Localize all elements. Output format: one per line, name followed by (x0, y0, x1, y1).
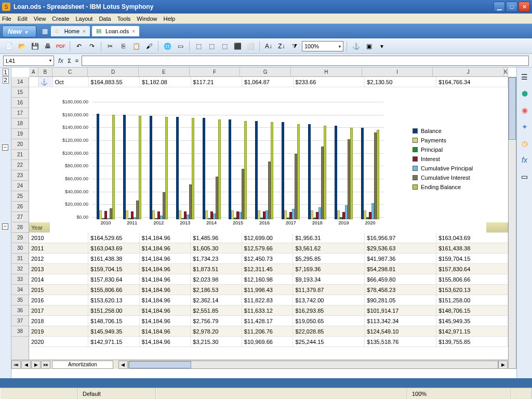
cell[interactable]: $113,342.34 (365, 316, 436, 326)
cell[interactable]: $2,023.98 (191, 274, 242, 284)
vertical-scroll-thumb[interactable] (509, 77, 516, 140)
row-header-32[interactable]: 32 (11, 264, 29, 274)
cell[interactable]: $2,186.53 (191, 285, 242, 295)
menu-window[interactable]: Window (137, 16, 157, 22)
cell[interactable]: $101,914.17 (365, 305, 436, 315)
row-header-36[interactable]: 36 (11, 305, 29, 316)
menu-tools[interactable]: Tools (117, 16, 131, 22)
clip-icon[interactable]: ▭ (520, 171, 530, 182)
new-doc-icon[interactable]: 📄 (3, 41, 15, 52)
sheet-tab[interactable]: Amortization (52, 361, 113, 369)
outline-level-2[interactable]: 2 (3, 76, 9, 84)
cell[interactable]: $16,956.97 (365, 233, 436, 243)
minimize-button[interactable]: ▁ (494, 2, 505, 12)
save-icon[interactable]: 💾 (29, 41, 41, 52)
open-icon[interactable]: 📂 (16, 41, 28, 52)
cell[interactable]: $145,949.35 (88, 326, 140, 336)
copy-icon[interactable]: ⎘ (117, 41, 129, 52)
cell[interactable]: $164,766.34 (436, 77, 508, 87)
tab-doc[interactable]: ▤ Loan.ods × (92, 26, 139, 36)
cell[interactable]: $11,206.76 (242, 326, 294, 336)
cell[interactable]: $12,579.66 (242, 243, 294, 253)
equals-icon[interactable]: = (75, 58, 78, 64)
col-header-B[interactable]: B (38, 68, 52, 76)
row-header-29[interactable]: 29 (11, 233, 29, 243)
cell[interactable]: $14,184.96 (140, 285, 191, 295)
row-header-21[interactable]: 21 (11, 150, 29, 160)
vertical-scrollbar[interactable] (508, 77, 516, 369)
status-zoom[interactable]: 100% (407, 388, 511, 399)
anchor-cell[interactable]: ⚓ (38, 77, 53, 87)
sheet-nav-prev[interactable]: ◀ (21, 361, 31, 369)
row-header-25[interactable]: 25 (11, 191, 29, 202)
cell[interactable]: $11,822.83 (242, 295, 294, 305)
col-header-I[interactable]: I (362, 68, 433, 76)
cell[interactable]: $78,458.23 (365, 285, 436, 295)
cell[interactable]: $1,064.87 (242, 77, 294, 87)
cell[interactable]: $19,050.65 (293, 316, 365, 326)
row-header-33[interactable]: 33 (11, 274, 29, 285)
row-header-20[interactable]: 20 (11, 139, 29, 150)
outline-level-1[interactable]: 1 (3, 69, 9, 76)
toggle1-icon[interactable]: ⬚ (193, 41, 204, 52)
cell[interactable]: $1,605.30 (191, 243, 242, 253)
cell[interactable]: $12,160.98 (242, 274, 294, 284)
cell[interactable]: $148,706.15 (436, 305, 508, 315)
cell[interactable]: $142,971.15 (88, 337, 140, 347)
row-header-18[interactable]: 18 (11, 118, 29, 129)
menu-data[interactable]: Data (99, 16, 111, 22)
filter-icon[interactable]: ⧩ (289, 41, 300, 52)
cell[interactable]: $135,518.76 (365, 337, 436, 347)
cell[interactable]: $2,978.20 (191, 326, 242, 336)
col-header-J[interactable]: J (433, 68, 504, 76)
row-header-14[interactable]: 14 (11, 77, 29, 87)
cell[interactable]: $151,258.00 (436, 295, 508, 305)
cell[interactable]: $124,549.10 (365, 326, 436, 336)
menu-file[interactable]: File (2, 16, 11, 22)
cell[interactable]: $1,734.23 (191, 254, 242, 263)
row-header-28[interactable]: 28 (11, 222, 29, 233)
row-header-38[interactable]: 38 (11, 326, 29, 337)
cell[interactable]: $139,755.85 (436, 337, 508, 347)
cell[interactable]: $66,459.80 (365, 274, 436, 284)
cell[interactable]: $3,561.62 (293, 243, 365, 253)
cell[interactable]: $1,182.08 (140, 77, 191, 87)
tab-doc-close[interactable]: × (132, 29, 135, 34)
cell[interactable]: $153,620.13 (88, 295, 140, 305)
col-header-D[interactable]: D (88, 68, 139, 76)
row-header-22[interactable]: 22 (11, 160, 29, 170)
cell[interactable]: $161,438.38 (436, 243, 508, 253)
cell[interactable]: $12,311.45 (242, 264, 294, 274)
cell[interactable]: $163,043.69 (436, 233, 508, 243)
cell[interactable]: 2016 (29, 295, 88, 305)
row-header-15[interactable]: 15 (11, 87, 29, 98)
row-header-23[interactable]: 23 (11, 170, 29, 181)
cell[interactable]: $153,620.13 (436, 285, 508, 295)
split-icon[interactable]: ⬜ (245, 41, 256, 52)
cell[interactable]: 2017 (29, 305, 88, 315)
print-icon[interactable]: 🖶 (42, 41, 54, 52)
cell[interactable]: $163,043.69 (88, 243, 140, 253)
tab-home[interactable]: ⌂ Home × (51, 26, 90, 36)
sheet-nav-next[interactable]: ▶ (31, 361, 41, 369)
cell[interactable]: $14,184.96 (140, 264, 191, 274)
properties-icon[interactable]: ☰ (520, 72, 530, 82)
cell[interactable]: $14,184.96 (140, 305, 191, 315)
undo-icon[interactable]: ↶ (73, 41, 85, 52)
formula-input[interactable] (82, 56, 529, 66)
cell[interactable]: $90,281.05 (365, 295, 436, 305)
menu-layout[interactable]: Layout (75, 16, 92, 22)
cell[interactable]: $157,830.64 (88, 274, 140, 284)
cell[interactable]: $12,450.73 (242, 254, 294, 263)
zoom-combo[interactable]: 100% (302, 41, 343, 51)
col-header-H[interactable]: H (291, 68, 362, 76)
hscroll-right[interactable]: ▶ (498, 361, 508, 369)
outline-collapse-1[interactable]: − (2, 144, 8, 151)
row-header-16[interactable]: 16 (11, 98, 29, 108)
cell[interactable]: $14,184.96 (140, 295, 191, 305)
cell[interactable]: 2013 (29, 264, 88, 274)
cell[interactable]: $14,184.96 (140, 316, 191, 326)
cell[interactable]: $41,987.36 (365, 254, 436, 263)
row-header-34[interactable]: 34 (11, 285, 29, 295)
cell[interactable]: $11,633.12 (242, 305, 294, 315)
